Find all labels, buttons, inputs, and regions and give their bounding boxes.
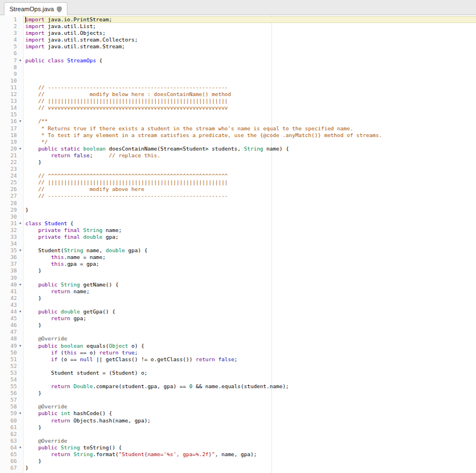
gutter-cell[interactable]: 7▾ [0, 57, 24, 64]
gutter-cell[interactable]: 35▾ [0, 247, 24, 254]
code-line[interactable]: 40▾ public String getName() { [0, 281, 476, 288]
gutter-cell[interactable]: 17 [0, 125, 24, 132]
gutter-cell[interactable]: 11 [0, 84, 24, 91]
gutter-cell[interactable]: 44▾ [0, 308, 24, 315]
code-line[interactable]: 62 [0, 431, 476, 438]
code-line[interactable]: 15 [0, 111, 476, 118]
code-line[interactable]: 41 return name; [0, 288, 476, 295]
code-line[interactable]: 10 [0, 78, 476, 84]
code-line[interactable]: 3import java.util.Objects; [0, 30, 476, 37]
gutter-cell[interactable]: 62 [0, 431, 24, 438]
code-line[interactable]: 65 return String.format("Student{name='%… [0, 451, 476, 458]
code-line[interactable]: 53 Student student = (Student) o; [0, 370, 476, 376]
code-line[interactable]: 20▾ public static boolean doesContainNam… [0, 145, 476, 152]
code-line[interactable]: 33 private final double gpa; [0, 234, 476, 240]
gutter-cell[interactable]: 61 [0, 424, 24, 431]
gutter-cell[interactable]: 37 [0, 261, 24, 267]
fold-icon[interactable]: ▾ [17, 308, 24, 315]
gutter-cell[interactable]: 49▾ [0, 343, 24, 349]
code-line[interactable]: 28 [0, 200, 476, 207]
code-line[interactable]: 34 [0, 240, 476, 247]
gutter-cell[interactable]: 20▾ [0, 145, 24, 152]
gutter-cell[interactable]: 6 [0, 50, 24, 57]
gutter-cell[interactable]: 28 [0, 200, 24, 207]
code-line[interactable]: 25 // ||||||||||||||||||||||||||||||||||… [0, 179, 476, 186]
gutter-cell[interactable]: 41 [0, 288, 24, 295]
gutter-cell[interactable]: 19 [0, 139, 24, 145]
gutter-cell[interactable]: 51 [0, 356, 24, 363]
code-line[interactable]: 36 this.name = name; [0, 254, 476, 261]
code-line[interactable]: 49▾ public boolean equals(Object o) { [0, 343, 476, 349]
code-line[interactable]: 46 } [0, 322, 476, 329]
gutter-cell[interactable]: 31▾ [0, 220, 24, 227]
code-line[interactable]: 38 } [0, 267, 476, 274]
code-line[interactable]: 66 } [0, 458, 476, 465]
gutter-cell[interactable]: 66 [0, 458, 24, 465]
code-line[interactable]: 50 if (this == o) return true; [0, 349, 476, 356]
code-line[interactable]: 54 [0, 376, 476, 383]
fold-icon[interactable]: ▾ [17, 343, 24, 349]
code-line[interactable]: 55 return Double.compare(student.gpa, gp… [0, 383, 476, 390]
gutter-cell[interactable]: 26 [0, 186, 24, 193]
gutter-cell[interactable]: 50 [0, 349, 24, 356]
gutter-cell[interactable]: 34 [0, 240, 24, 247]
gutter-cell[interactable]: 15 [0, 111, 24, 118]
code-line[interactable]: 45 return gpa; [0, 315, 476, 322]
gutter-cell[interactable]: 52 [0, 363, 24, 370]
gutter-cell[interactable]: 58 [0, 403, 24, 410]
fold-icon[interactable]: ▾ [17, 145, 24, 152]
code-line[interactable]: 23 [0, 166, 476, 172]
gutter-cell[interactable]: 63 [0, 438, 24, 444]
code-line[interactable]: 51 if (o == null || getClass() != o.getC… [0, 356, 476, 363]
code-line[interactable]: 64▾ public String toString() { [0, 444, 476, 451]
gutter-cell[interactable]: 4 [0, 37, 24, 43]
gutter-cell[interactable]: 36 [0, 254, 24, 261]
gutter-cell[interactable]: 1 [0, 16, 24, 23]
code-line[interactable]: 27 // ----------------------------------… [0, 193, 476, 199]
code-line[interactable]: 18 * To test if any element in a stream … [0, 132, 476, 139]
gutter-cell[interactable]: 29 [0, 207, 24, 213]
gutter-cell[interactable]: 24 [0, 172, 24, 179]
gutter-cell[interactable]: 40▾ [0, 281, 24, 288]
gutter-cell[interactable]: 18 [0, 132, 24, 139]
gutter-cell[interactable]: 3 [0, 30, 24, 37]
code-line[interactable]: 31▾class Student { [0, 220, 476, 227]
fold-icon[interactable]: ▾ [17, 444, 24, 451]
code-line[interactable]: 60 return Objects.hash(name, gpa); [0, 417, 476, 424]
gutter-cell[interactable]: 46 [0, 322, 24, 329]
code-line[interactable]: 6 [0, 50, 476, 57]
gutter-cell[interactable]: 16▾ [0, 118, 24, 125]
code-line[interactable]: 47 [0, 329, 476, 335]
code-line[interactable]: 56 } [0, 390, 476, 397]
code-line[interactable]: 37 this.gpa = gpa; [0, 261, 476, 267]
code-line[interactable]: 35▾ Student(String name, double gpa) { [0, 247, 476, 254]
gutter-cell[interactable]: 10 [0, 78, 24, 84]
fold-icon[interactable]: ▾ [17, 410, 24, 417]
code-line[interactable]: 5import java.util.stream.Stream; [0, 43, 476, 50]
fold-icon[interactable]: ▾ [17, 57, 24, 64]
code-line[interactable]: 12 // modify below here : doesContainNam… [0, 91, 476, 98]
gutter-cell[interactable]: 38 [0, 267, 24, 274]
gutter-cell[interactable]: 5 [0, 43, 24, 50]
code-line[interactable]: 17 * Returns true if there exists a stud… [0, 125, 476, 132]
code-line[interactable]: 19 */ [0, 139, 476, 145]
code-line[interactable]: 11 // ----------------------------------… [0, 84, 476, 91]
code-line[interactable]: 2import java.util.List; [0, 23, 476, 30]
gutter-cell[interactable]: 9 [0, 71, 24, 78]
code-line[interactable]: 8 [0, 64, 476, 71]
code-line[interactable]: 14 // vvvvvvvvvvvvvvvvvvvvvvvvvvvvvvvvvv… [0, 104, 476, 111]
gutter-cell[interactable]: 45 [0, 315, 24, 322]
gutter-cell[interactable]: 59▾ [0, 410, 24, 417]
gutter-cell[interactable]: 33 [0, 234, 24, 240]
code-line[interactable]: 32 private final String name; [0, 227, 476, 234]
gutter-cell[interactable]: 42 [0, 295, 24, 302]
fold-icon[interactable]: ▾ [17, 247, 24, 254]
gutter-cell[interactable]: 57 [0, 397, 24, 403]
gutter-cell[interactable]: 48 [0, 335, 24, 342]
code-line[interactable]: 4import java.util.stream.Collectors; [0, 37, 476, 43]
fold-icon[interactable]: ▾ [17, 220, 24, 227]
code-line[interactable]: 9 [0, 71, 476, 78]
gutter-cell[interactable]: 23 [0, 166, 24, 172]
gutter-cell[interactable]: 12 [0, 91, 24, 98]
code-line[interactable]: 63 @Override [0, 438, 476, 444]
